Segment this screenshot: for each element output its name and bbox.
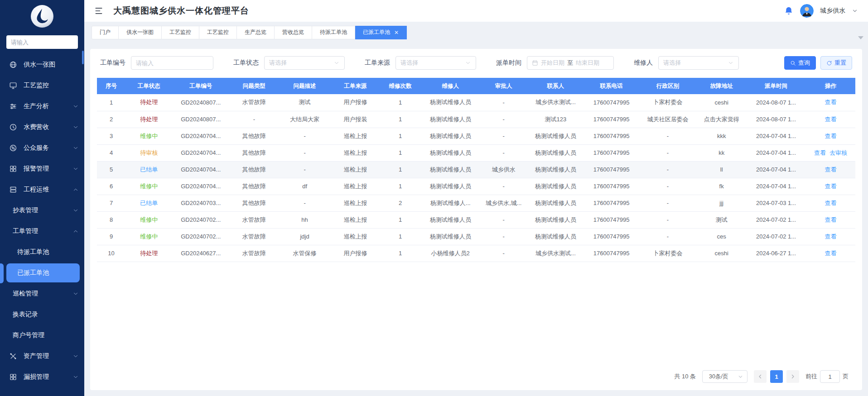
collapse-menu-icon[interactable] xyxy=(94,6,103,15)
cell-district: 卜家村委会 xyxy=(639,94,697,111)
sidebar-item-资产管理[interactable]: 资产管理 xyxy=(0,346,84,367)
cell-actions: 查看 xyxy=(806,161,855,178)
user-avatar[interactable] xyxy=(800,4,814,18)
view-link[interactable]: 查看 xyxy=(825,99,836,105)
status-badge: 维修中 xyxy=(140,183,158,190)
sidebar-item-漏损管理[interactable]: 漏损管理 xyxy=(0,367,84,387)
cell-dispatch_time: 2024-08-07 1... xyxy=(746,94,806,111)
sidebar-item-生产分析[interactable]: 生产分析 xyxy=(0,96,84,117)
tab-overflow-dropdown-icon[interactable] xyxy=(858,36,863,39)
goto-page-input[interactable] xyxy=(820,370,840,383)
cell-actions: 查看 xyxy=(806,245,855,262)
filter-label: 工单来源 xyxy=(365,59,390,67)
tab-close-icon[interactable]: ✕ xyxy=(394,30,399,35)
prev-page-button[interactable] xyxy=(754,370,767,383)
cell-repairer: 小杨维修人员2 xyxy=(420,245,480,262)
go-review-link[interactable]: 去审核 xyxy=(829,149,847,156)
tab-待派工单池[interactable]: 待派工单池 xyxy=(312,26,355,39)
cell-problem_desc: 测试 xyxy=(279,94,331,111)
cell-actions: 查看去审核 xyxy=(806,144,855,161)
view-link[interactable]: 查看 xyxy=(825,183,836,190)
search-button[interactable]: 查询 xyxy=(784,56,816,70)
view-link[interactable]: 查看 xyxy=(814,149,826,156)
view-link[interactable]: 查看 xyxy=(825,233,836,240)
sidebar-item-供水一张图[interactable]: 供水一张图 xyxy=(0,54,84,75)
user-menu-chevron-down-icon[interactable] xyxy=(852,8,858,14)
grid-icon xyxy=(9,373,17,381)
view-link[interactable]: 查看 xyxy=(825,166,836,173)
view-link[interactable]: 查看 xyxy=(825,116,836,123)
sidebar-item-巡检管理[interactable]: 巡检管理 xyxy=(0,283,84,304)
tab-门户[interactable]: 门户 xyxy=(92,26,119,39)
cell-order_no: GD20240702... xyxy=(172,211,229,228)
username-label[interactable]: 城乡供水 xyxy=(820,7,845,15)
sidebar-item-已派工单池[interactable]: 已派工单池 xyxy=(6,263,80,282)
date-range-picker[interactable]: 开始日期至结束日期 xyxy=(527,56,614,70)
tab-营收总览[interactable]: 营收总览 xyxy=(275,26,312,39)
filter-bar: 工单编号工单状态请选择工单来源请选择派单时间开始日期至结束日期维修人请选择查询重… xyxy=(96,56,856,78)
view-link[interactable]: 查看 xyxy=(825,133,836,139)
cell-contact: 杨测试维修人员 xyxy=(527,161,584,178)
cell-seq: 10 xyxy=(97,245,125,262)
tab-供水一张图[interactable]: 供水一张图 xyxy=(119,26,162,39)
column-header-工单编号: 工单编号 xyxy=(172,78,229,94)
date-separator: 至 xyxy=(567,59,573,67)
reset-button[interactable]: 重置 xyxy=(820,56,852,70)
cell-fault_addr: ll xyxy=(697,161,746,178)
filter-select[interactable]: 请选择 xyxy=(658,56,739,70)
filter-select[interactable]: 请选择 xyxy=(264,56,345,70)
sidebar-item-label: 供水一张图 xyxy=(24,61,55,69)
page-size-select[interactable]: 30条/页 xyxy=(702,370,747,383)
sidebar-scrollbar-thumb[interactable] xyxy=(82,51,84,64)
cell-repairer: 杨测试维修人员 xyxy=(420,128,480,144)
status-badge: 已结单 xyxy=(140,166,158,173)
column-header-联系电话: 联系电话 xyxy=(584,78,638,94)
cell-actions: 查看 xyxy=(806,94,855,111)
sidebar-item-抄表管理[interactable]: 抄表管理 xyxy=(0,200,84,221)
view-link[interactable]: 查看 xyxy=(825,200,836,206)
cell-order_no: GD20240704... xyxy=(172,161,229,178)
sidebar-item-工程运维[interactable]: 工程运维 xyxy=(0,179,84,200)
sidebar-item-商户号管理[interactable]: 商户号管理 xyxy=(0,325,84,346)
tab-工艺监控[interactable]: 工艺监控 xyxy=(199,26,237,39)
cell-order_no: GD20240704... xyxy=(172,178,229,195)
sidebar-item-报警管理[interactable]: 报警管理 xyxy=(0,158,84,179)
sidebar-item-换表记录[interactable]: 换表记录 xyxy=(0,304,84,325)
column-header-工单状态: 工单状态 xyxy=(125,78,172,94)
cell-fault_addr: ceshi xyxy=(697,245,746,262)
cell-contact: 测试123 xyxy=(527,111,584,128)
chevron-down-icon xyxy=(72,353,79,359)
sidebar-search-input[interactable] xyxy=(6,35,78,49)
percent-circle-icon xyxy=(9,144,17,152)
filter-select[interactable]: 请选择 xyxy=(395,56,476,70)
view-link[interactable]: 查看 xyxy=(825,250,836,257)
cell-phone: 17600747995 xyxy=(584,111,638,128)
sidebar-item-工艺监控[interactable]: 工艺监控 xyxy=(0,75,84,96)
column-header-问题类型: 问题类型 xyxy=(229,78,279,94)
tab-已派工单池[interactable]: 已派工单池✕ xyxy=(355,26,407,39)
sidebar-item-待派工单池[interactable]: 待派工单池 xyxy=(0,242,84,262)
tab-工艺监控[interactable]: 工艺监控 xyxy=(162,26,199,39)
cell-repairer: 杨测试维修人员 xyxy=(420,178,480,195)
cell-repair_count: 1 xyxy=(380,178,420,195)
chevron-down-icon xyxy=(465,60,471,66)
view-link[interactable]: 查看 xyxy=(825,216,836,223)
sidebar-item-公众服务[interactable]: 公众服务 xyxy=(0,138,84,158)
tab-生产总览[interactable]: 生产总览 xyxy=(237,26,275,39)
current-page-button[interactable]: 1 xyxy=(770,370,783,383)
order-no-input[interactable] xyxy=(136,60,208,67)
table-row: 10待处理GD20240627...水管故障水管保修用户报修1小杨维修人员2-城… xyxy=(97,245,855,262)
cell-dispatch_time: 2024-07-04 1... xyxy=(746,128,806,144)
notification-bell-icon[interactable] xyxy=(784,6,794,16)
cell-contact: 杨测试维修人员 xyxy=(527,144,584,161)
cell-order_no: GD20240704... xyxy=(172,128,229,144)
chevron-down-icon xyxy=(72,124,79,130)
pager: 1 xyxy=(754,370,799,383)
work-order-card: 工单编号工单状态请选择工单来源请选择派单时间开始日期至结束日期维修人请选择查询重… xyxy=(90,49,862,390)
next-page-button[interactable] xyxy=(786,370,799,383)
table-row: 6维修中GD20240704...其他故障df巡检上报1杨测试维修人员-杨测试维… xyxy=(97,178,855,195)
cell-status: 待处理 xyxy=(125,94,172,111)
sidebar-item-工单管理[interactable]: 工单管理 xyxy=(0,221,84,242)
sidebar-item-水费营收[interactable]: 水费营收 xyxy=(0,117,84,138)
work-order-table-wrap: 序号工单状态工单编号问题类型问题描述工单来源维修次数维修人审批人联系人联系电话行… xyxy=(96,78,856,262)
